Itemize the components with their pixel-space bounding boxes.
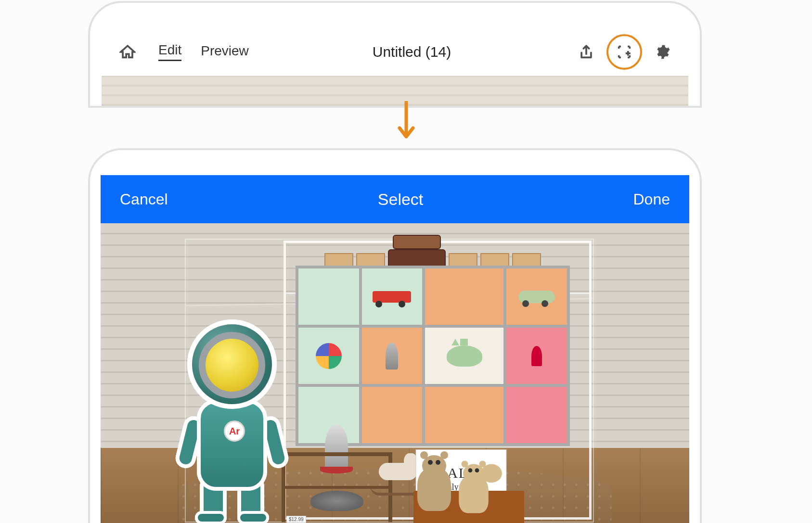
select-region-highlight bbox=[606, 34, 642, 70]
shelf-cell bbox=[362, 387, 423, 443]
shelf-cell bbox=[298, 328, 359, 384]
shelf-cell bbox=[506, 268, 567, 325]
teddy-bear-icon bbox=[417, 468, 451, 511]
mascot-foot bbox=[195, 511, 227, 523]
app-window-top: Edit Preview Untitled (14) bbox=[102, 28, 688, 106]
toy-car-icon bbox=[518, 291, 555, 303]
home-icon[interactable] bbox=[116, 40, 139, 64]
app-window-bottom: Cancel Select Done bbox=[101, 175, 689, 523]
suitcase-icon bbox=[393, 235, 441, 249]
select-region-icon[interactable] bbox=[613, 40, 636, 64]
select-bar-title: Select bbox=[168, 190, 633, 209]
toolbar-left-group: Edit Preview bbox=[116, 40, 249, 64]
teddy-bear-icon bbox=[459, 475, 489, 513]
shelf-cell bbox=[362, 268, 423, 325]
mascot-body bbox=[197, 399, 267, 491]
flow-arrow-down-icon bbox=[0, 101, 812, 144]
toolbar-right-group bbox=[575, 34, 674, 70]
done-button[interactable]: Done bbox=[633, 191, 670, 208]
shelf-cell bbox=[425, 328, 503, 384]
shelf-cell bbox=[298, 268, 359, 325]
cancel-button[interactable]: Cancel bbox=[120, 191, 168, 208]
gear-icon[interactable] bbox=[651, 40, 674, 64]
rocket-icon bbox=[386, 343, 398, 370]
device-frame-bottom: Cancel Select Done bbox=[88, 148, 702, 523]
select-bar: Cancel Select Done bbox=[101, 175, 689, 223]
share-icon[interactable] bbox=[575, 40, 598, 64]
mascot-badge: Ar bbox=[224, 421, 245, 442]
dinosaur-icon bbox=[447, 345, 482, 367]
armadillo-icon bbox=[310, 491, 363, 511]
mascot-visor bbox=[199, 332, 265, 398]
rocket-large-icon bbox=[325, 424, 348, 470]
shelf-cell bbox=[425, 387, 503, 443]
document-title[interactable]: Untitled (14) bbox=[249, 44, 575, 60]
shelf-cell bbox=[506, 387, 567, 443]
price-tag: $12.99 bbox=[286, 516, 306, 523]
tab-preview[interactable]: Preview bbox=[201, 43, 249, 61]
beach-ball-icon bbox=[316, 343, 342, 369]
aero-mascot[interactable]: Ar bbox=[177, 319, 287, 522]
ar-scene-canvas[interactable]: $12.99 SALE! only $1199 bbox=[101, 223, 689, 523]
shelf-cell bbox=[362, 328, 423, 384]
toy-shelf[interactable] bbox=[296, 266, 570, 446]
rocket-icon bbox=[531, 346, 542, 366]
wagon-icon bbox=[373, 291, 411, 303]
toolbar: Edit Preview Untitled (14) bbox=[102, 28, 688, 76]
mascot-foot bbox=[237, 511, 269, 523]
tab-edit[interactable]: Edit bbox=[158, 42, 181, 61]
shelf-cell bbox=[506, 328, 567, 384]
device-frame-top: Edit Preview Untitled (14) bbox=[88, 1, 702, 108]
shelf-cell bbox=[425, 268, 503, 325]
